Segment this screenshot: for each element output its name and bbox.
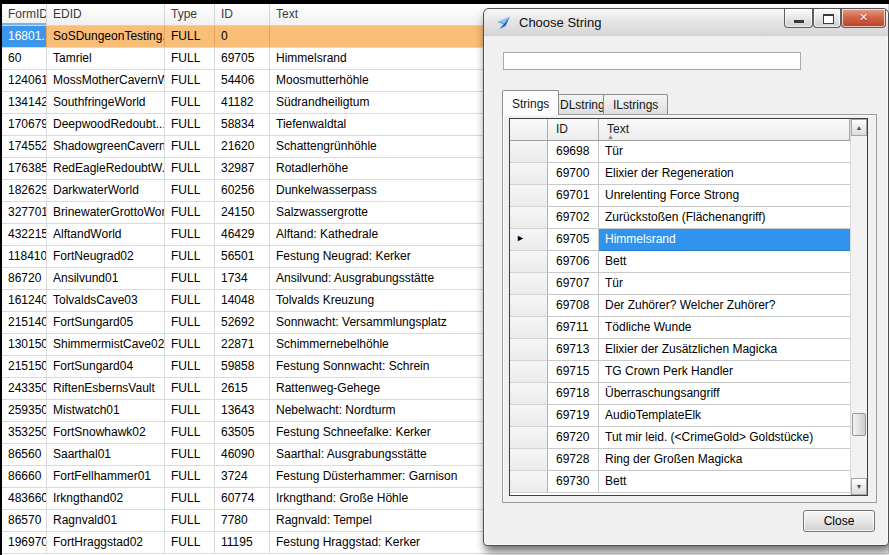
cell-id[interactable]: 32987 <box>215 158 270 179</box>
cell-edid[interactable]: AlftandWorld <box>47 224 165 245</box>
cell-formid[interactable]: 86570 <box>2 510 47 531</box>
cell-edid[interactable]: Tamriel <box>47 48 165 69</box>
cell-type[interactable]: FULL <box>165 444 215 465</box>
cell-formid[interactable]: 118410 <box>2 246 47 267</box>
cell-formid[interactable]: 86560 <box>2 444 47 465</box>
cell-type[interactable]: FULL <box>165 180 215 201</box>
cell-type[interactable]: FULL <box>165 356 215 377</box>
grid-cell-text[interactable]: Überraschungsangriff <box>599 383 850 405</box>
cell-type[interactable]: FULL <box>165 400 215 421</box>
cell-id[interactable]: 41182 <box>215 92 270 113</box>
grid-row[interactable]: 69702Zurückstoßen (Flächenangriff) <box>510 207 850 229</box>
grid-row[interactable]: 69719AudioTemplateElk <box>510 405 850 427</box>
grid-cell-id[interactable]: 69705 <box>548 229 599 251</box>
grid-row-header[interactable] <box>510 383 548 405</box>
cell-id[interactable]: 54406 <box>215 70 270 91</box>
cell-type[interactable]: FULL <box>165 246 215 267</box>
cell-id[interactable]: 60774 <box>215 488 270 509</box>
close-button[interactable]: Close <box>803 510 875 532</box>
cell-formid[interactable]: 182629 <box>2 180 47 201</box>
grid-cell-text[interactable]: Tür <box>599 273 850 295</box>
grid-row-header[interactable]: ► <box>510 229 548 251</box>
grid-column-header-text[interactable]: Text <box>599 119 850 141</box>
cell-formid[interactable]: 215140 <box>2 312 47 333</box>
cell-id[interactable]: 69705 <box>215 48 270 69</box>
cell-type[interactable]: FULL <box>165 532 215 553</box>
cell-id[interactable]: 52692 <box>215 312 270 333</box>
grid-row-header[interactable] <box>510 405 548 427</box>
grid-column-header-id[interactable]: ID ▲ <box>548 119 599 141</box>
cell-id[interactable]: 3724 <box>215 466 270 487</box>
dialog-title-bar[interactable]: Choose String ✕ <box>484 9 888 36</box>
cell-edid[interactable]: FortNeugrad02 <box>47 246 165 267</box>
grid-cell-text[interactable]: Bett <box>599 251 850 273</box>
grid-cell-id[interactable]: 69701 <box>548 185 599 207</box>
grid-row-header[interactable] <box>510 317 548 339</box>
grid-cell-id[interactable]: 69708 <box>548 295 599 317</box>
grid-row-header[interactable] <box>510 471 548 493</box>
cell-type[interactable]: FULL <box>165 202 215 223</box>
column-header-formid[interactable]: FormID <box>2 4 47 25</box>
grid-row-header[interactable] <box>510 339 548 361</box>
grid-row[interactable]: 69720Tut mir leid. (<CrimeGold> Goldstüc… <box>510 427 850 449</box>
grid-cell-text[interactable]: TG Crown Perk Handler <box>599 361 850 383</box>
cell-id[interactable]: 13643 <box>215 400 270 421</box>
grid-row[interactable]: 69708Der Zuhörer? Welcher Zuhörer? <box>510 295 850 317</box>
cell-edid[interactable]: Irkngthand02 <box>47 488 165 509</box>
cell-edid[interactable]: Ansilvund01 <box>47 268 165 289</box>
cell-formid[interactable]: 161240 <box>2 290 47 311</box>
grid-row-header[interactable] <box>510 207 548 229</box>
cell-type[interactable]: FULL <box>165 312 215 333</box>
cell-edid[interactable]: DarkwaterWorld <box>47 180 165 201</box>
grid-row[interactable]: 69713Elixier der Zusätzlichen Magicka <box>510 339 850 361</box>
cell-formid[interactable]: 174552 <box>2 136 47 157</box>
cell-type[interactable]: FULL <box>165 224 215 245</box>
cell-edid[interactable]: ShadowgreenCavern... <box>47 136 165 157</box>
grid-row-header[interactable] <box>510 163 548 185</box>
grid-cell-id[interactable]: 69706 <box>548 251 599 273</box>
cell-formid[interactable]: 86720 <box>2 268 47 289</box>
cell-type[interactable]: FULL <box>165 92 215 113</box>
grid-cell-text[interactable]: Ring der Großen Magicka <box>599 449 850 471</box>
grid-cell-id[interactable]: 69718 <box>548 383 599 405</box>
grid-row-header[interactable] <box>510 427 548 449</box>
cell-edid[interactable]: SouthfringeWorld <box>47 92 165 113</box>
cell-type[interactable]: FULL <box>165 70 215 91</box>
cell-edid[interactable]: SoSDungeonTesting... <box>47 26 165 47</box>
grid-row[interactable]: 69701Unrelenting Force Strong <box>510 185 850 207</box>
grid-cell-text[interactable]: Tut mir leid. (<CrimeGold> Goldstücke) <box>599 427 850 449</box>
cell-id[interactable]: 56501 <box>215 246 270 267</box>
grid-cell-id[interactable]: 69728 <box>548 449 599 471</box>
grid-cell-id[interactable]: 69698 <box>548 141 599 163</box>
grid-cell-text[interactable]: AudioTemplateElk <box>599 405 850 427</box>
grid-cell-text[interactable]: Unrelenting Force Strong <box>599 185 850 207</box>
cell-id[interactable]: 59858 <box>215 356 270 377</box>
grid-row[interactable]: 69718Überraschungsangriff <box>510 383 850 405</box>
cell-edid[interactable]: MossMotherCavernW... <box>47 70 165 91</box>
grid-cell-id[interactable]: 69711 <box>548 317 599 339</box>
cell-edid[interactable]: Saarthal01 <box>47 444 165 465</box>
cell-type[interactable]: FULL <box>165 26 215 47</box>
cell-type[interactable]: FULL <box>165 378 215 399</box>
cell-formid[interactable]: 432215 <box>2 224 47 245</box>
cell-type[interactable]: FULL <box>165 158 215 179</box>
cell-edid[interactable]: BrinewaterGrottoWorl... <box>47 202 165 223</box>
cell-id[interactable]: 46090 <box>215 444 270 465</box>
cell-type[interactable]: FULL <box>165 334 215 355</box>
cell-formid[interactable]: 353250 <box>2 422 47 443</box>
grid-cell-id[interactable]: 69707 <box>548 273 599 295</box>
cell-edid[interactable]: FortFellhammer01 <box>47 466 165 487</box>
grid-cell-id[interactable]: 69719 <box>548 405 599 427</box>
grid-cell-id[interactable]: 69720 <box>548 427 599 449</box>
cell-type[interactable]: FULL <box>165 510 215 531</box>
cell-id[interactable]: 63505 <box>215 422 270 443</box>
grid-row-header[interactable] <box>510 449 548 471</box>
tab-ilstrings[interactable]: ILstrings <box>603 94 668 115</box>
grid-row[interactable]: 69700Elixier der Regeneration <box>510 163 850 185</box>
grid-row[interactable]: 69711Tödliche Wunde <box>510 317 850 339</box>
cell-edid[interactable]: RiftenEsbernsVault <box>47 378 165 399</box>
grid-cell-id[interactable]: 69730 <box>548 471 599 493</box>
grid-cell-text[interactable]: Tür <box>599 141 850 163</box>
cell-formid[interactable]: 196970 <box>2 532 47 553</box>
grid-corner-header[interactable] <box>510 119 548 141</box>
